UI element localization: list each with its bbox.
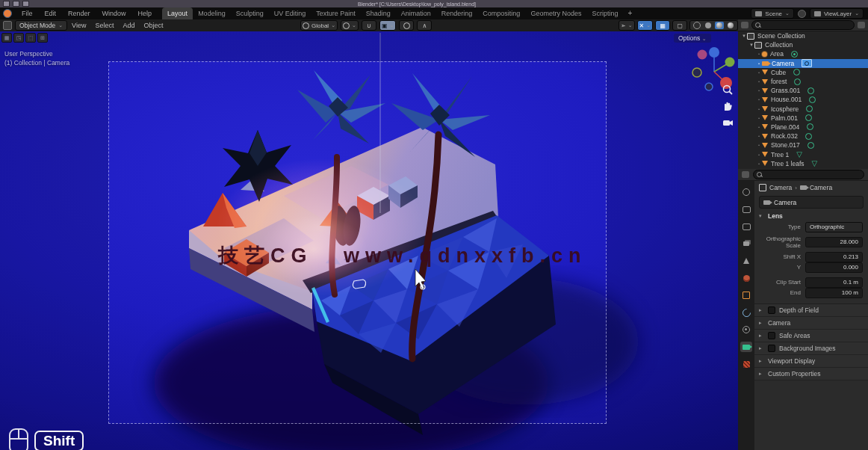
axis-y-handle[interactable]: [725, 58, 735, 67]
properties-tab-view-layer[interactable]: [740, 238, 752, 249]
tab-texture-paint[interactable]: Texture Paint: [311, 7, 361, 19]
expand-caret-icon[interactable]: •: [756, 152, 762, 157]
breadcrumb-object[interactable]: Camera: [769, 184, 792, 191]
tab-scripting[interactable]: Scripting: [586, 7, 623, 19]
menu-help[interactable]: Help: [132, 7, 158, 19]
properties-tab-world[interactable]: [740, 273, 752, 283]
viewport-menu-view[interactable]: View: [67, 22, 90, 29]
expand-caret-icon[interactable]: •: [756, 161, 762, 166]
properties-tab-material[interactable]: [740, 359, 752, 369]
outliner-row[interactable]: •Tree 1▽: [738, 150, 868, 158]
options-dropdown[interactable]: Options ⌄: [674, 34, 711, 43]
viewport-menu-add[interactable]: Add: [118, 22, 139, 29]
expand-caret-icon[interactable]: •: [756, 143, 762, 147]
tab-animation[interactable]: Animation: [396, 7, 436, 19]
tab-shading[interactable]: Shading: [361, 7, 396, 19]
view-layer-selector[interactable]: ViewLayer ⌄: [810, 8, 864, 19]
property-value-y[interactable]: 0.000: [805, 262, 863, 273]
tab-sculpting[interactable]: Sculpting: [231, 7, 269, 19]
transform-orientation-dropdown[interactable]: Global ⌄: [300, 20, 338, 31]
linked-scene-icon[interactable]: [798, 10, 806, 18]
tool-box-icon[interactable]: ⬚: [25, 33, 36, 43]
panel-viewport-display[interactable]: ▸Viewport Display: [754, 355, 868, 368]
expand-caret-icon[interactable]: •: [756, 134, 762, 138]
expand-caret-icon[interactable]: •: [756, 61, 762, 66]
properties-tab-object-data[interactable]: [740, 342, 752, 352]
tool-grid-icon[interactable]: ▦: [1, 33, 12, 43]
outliner-row[interactable]: •Camera: [738, 59, 868, 68]
wireframe-shading-button[interactable]: [692, 22, 701, 29]
snap-toggle[interactable]: ∪: [362, 20, 376, 31]
solid-shading-button[interactable]: [704, 22, 713, 29]
properties-tab-output[interactable]: [740, 221, 752, 232]
shading-extra-toggle[interactable]: ▢: [672, 20, 687, 31]
expand-caret-icon[interactable]: •: [756, 97, 762, 102]
window-button[interactable]: [22, 1, 29, 7]
expand-caret-icon[interactable]: •: [756, 52, 762, 56]
tab-rendering[interactable]: Rendering: [436, 7, 478, 19]
properties-tab-scene[interactable]: [740, 256, 752, 266]
expand-caret-icon[interactable]: •: [756, 79, 762, 84]
tool-plus-icon[interactable]: ⊞: [37, 33, 48, 43]
axis-neg-z-handle[interactable]: [705, 83, 713, 90]
blender-logo-icon[interactable]: [3, 9, 12, 18]
expand-caret-icon[interactable]: •: [756, 125, 762, 129]
axis-neg-y-handle[interactable]: [692, 68, 701, 77]
outliner-row[interactable]: •Palm.001: [738, 114, 868, 123]
gizmo-dropdown[interactable]: ➣ ⌄: [619, 20, 635, 31]
camera-view-icon[interactable]: [722, 117, 734, 129]
add-workspace-button[interactable]: +: [623, 7, 636, 19]
properties-tab-modifiers[interactable]: [740, 307, 752, 318]
tool-cursor-icon[interactable]: ◳: [13, 33, 24, 43]
viewport-menu-object[interactable]: Object: [139, 22, 167, 29]
tab-compositing[interactable]: Compositing: [477, 7, 525, 19]
snap-target-dropdown[interactable]: ▣ ⌄: [379, 20, 396, 31]
property-value-orthographic-scale[interactable]: 28.000: [805, 237, 863, 247]
pivot-point-dropdown[interactable]: ⌄: [341, 20, 359, 31]
outliner-row[interactable]: •Plane.004: [738, 123, 868, 132]
outliner-row[interactable]: •Tree 1 leafs▽: [738, 159, 868, 168]
panel-custom-properties[interactable]: ▸Custom Properties: [754, 368, 868, 380]
properties-editor-icon[interactable]: [742, 171, 749, 178]
panel-camera[interactable]: ▸Camera: [754, 317, 868, 330]
rendered-shading-button[interactable]: [726, 22, 735, 29]
outliner-row[interactable]: •forest: [738, 77, 868, 86]
property-value-end[interactable]: 100 m: [805, 288, 863, 298]
outliner-row[interactable]: •House.001: [738, 95, 868, 104]
property-value-type[interactable]: Orthographic: [805, 222, 863, 232]
property-value-shift-x[interactable]: 0.213: [805, 252, 863, 262]
tab-modeling[interactable]: Modeling: [193, 7, 231, 19]
material-preview-button[interactable]: [715, 22, 724, 29]
outliner-display-mode-icon[interactable]: [741, 22, 748, 28]
breadcrumb-data[interactable]: Camera: [810, 184, 832, 191]
tab-uv-editing[interactable]: UV Editing: [269, 7, 311, 19]
viewport-3d[interactable]: ▦ ◳ ⬚ ⊞ User Perspective (1) Collection …: [0, 31, 738, 450]
outliner-row[interactable]: •Cube: [738, 68, 868, 77]
menu-edit[interactable]: Edit: [39, 7, 63, 19]
outliner-search-input[interactable]: [751, 20, 855, 30]
camera-name-field[interactable]: Camera: [759, 196, 864, 209]
panel-safe-areas[interactable]: ▸Safe Areas: [754, 330, 868, 342]
outliner-row[interactable]: •Area: [738, 49, 868, 58]
outliner-row[interactable]: •Rock.032: [738, 132, 868, 141]
checkbox[interactable]: [768, 345, 775, 352]
properties-tab-render[interactable]: [740, 204, 752, 215]
expand-caret-icon[interactable]: ▾: [741, 33, 747, 39]
scene-selector[interactable]: Scene ⌄: [751, 8, 794, 19]
expand-caret-icon[interactable]: •: [756, 70, 762, 75]
checkbox[interactable]: [768, 332, 775, 339]
expand-caret-icon[interactable]: •: [756, 88, 762, 93]
lens-panel-header[interactable]: ▾ Lens: [754, 210, 868, 221]
checkbox[interactable]: [768, 306, 775, 314]
expand-caret-icon[interactable]: ▾: [748, 42, 754, 48]
proportional-falloff-dropdown[interactable]: ∧: [417, 20, 432, 31]
outliner-row[interactable]: •Grass.001: [738, 86, 868, 95]
outliner-row[interactable]: ▾Scene Collection: [738, 31, 868, 40]
menu-file[interactable]: File: [16, 7, 39, 19]
filter-icon[interactable]: [858, 22, 865, 28]
viewport-menu-select[interactable]: Select: [90, 22, 118, 29]
outliner-row[interactable]: •Icosphere: [738, 105, 868, 114]
expand-caret-icon[interactable]: •: [756, 107, 762, 111]
properties-tab-tool[interactable]: [740, 187, 752, 197]
outliner-row[interactable]: ▾Collection: [738, 40, 868, 49]
